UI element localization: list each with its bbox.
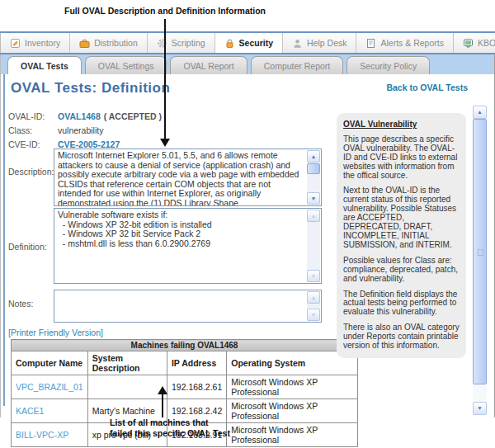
briefcase-icon: [79, 38, 90, 49]
help-paragraph: The Definition field displays the actual…: [343, 290, 460, 318]
tab-label: OVAL Settings: [98, 61, 154, 71]
scroll-down-button[interactable]: ▼: [307, 192, 320, 205]
nav-item-label: Distribution: [94, 38, 138, 48]
person-icon: [292, 38, 303, 49]
definition-field[interactable]: Vulnerable software exists if: - Windows…: [54, 208, 322, 284]
content-left-border: [3, 74, 5, 406]
scrollbar-thumb[interactable]: [473, 119, 487, 384]
tab-bar: OVAL Tests OVAL Settings OVAL Report Com…: [1, 54, 494, 74]
help-title: OVAL Vulnerability: [343, 120, 460, 130]
annotation-bottom-label: List of all machines that failed this sp…: [110, 417, 230, 439]
notes-label: Notes:: [8, 299, 33, 309]
scroll-up-button[interactable]: ▲: [473, 106, 487, 119]
nav-item-label: Security: [239, 38, 273, 48]
description-field[interactable]: Microsoft Internet Explorer 5.01, 5.5, a…: [54, 149, 322, 206]
col-header-computer-name: Computer Name: [12, 351, 88, 375]
nav-item-kbox-settings[interactable]: KBOX Settings: [454, 33, 495, 53]
annotation-arrowhead-down-icon: [160, 139, 170, 147]
main-nav: Inventory Distribution Scripting Securit…: [1, 33, 494, 53]
definition-scrollbar: ▲ ▼: [307, 210, 320, 282]
system-description-cell: [87, 375, 167, 399]
notes-field[interactable]: ▲ ▼: [54, 290, 322, 323]
scroll-up-button[interactable]: ▲: [307, 150, 320, 163]
class-value: vulnerability: [58, 125, 103, 135]
scroll-down-button[interactable]: ▼: [307, 309, 320, 321]
screenshot-root: Inventory Distribution Scripting Securit…: [0, 0, 495, 448]
inventory-icon: [10, 38, 21, 49]
tab-computer-report[interactable]: Computer Report: [251, 56, 344, 74]
scrollbar-track[interactable]: [307, 222, 320, 270]
computer-name-link[interactable]: VPC_BRAZIL_01: [12, 375, 88, 399]
notes-scrollbar: ▲ ▼: [307, 291, 320, 321]
tab-oval-settings[interactable]: OVAL Settings: [85, 56, 167, 74]
nav-item-scripting[interactable]: Scripting: [148, 33, 215, 53]
table-row: VPC_BRAZIL_01 192.168.2.61 Microsoft Win…: [12, 375, 358, 399]
ip-address-cell: 192.168.2.61: [167, 375, 226, 399]
lock-icon: [224, 38, 235, 49]
tab-oval-tests[interactable]: OVAL Tests: [7, 56, 82, 74]
nav-item-label: Inventory: [25, 38, 60, 48]
annotation-arrow-line-up: [162, 394, 163, 417]
tab-label: OVAL Report: [183, 61, 233, 71]
help-paragraph: This page describes a specific OVAL vuln…: [343, 135, 460, 181]
help-paragraph: Possible values for Class are: complianc…: [343, 257, 460, 284]
scroll-down-button[interactable]: ▼: [473, 402, 487, 415]
definition-text: Vulnerable software exists if: - Windows…: [54, 209, 307, 283]
description-label: Description:: [8, 167, 54, 177]
help-panel: OVAL Vulnerability This page describes a…: [337, 113, 466, 358]
scroll-up-button[interactable]: ▲: [307, 291, 320, 304]
page-scrollbar: ▲ ▼: [473, 106, 487, 415]
col-header-ip-address: IP Address: [167, 351, 226, 375]
class-label: Class:: [8, 125, 32, 135]
computer-name-link[interactable]: KACE1: [12, 399, 88, 423]
annotation-arrow-line-down: [164, 19, 166, 139]
monitor-icon: [463, 38, 474, 49]
table-title-row: Machines failing OVAL1468: [12, 340, 358, 351]
nav-item-label: Alerts & Reports: [380, 38, 443, 48]
page-title: OVAL Tests: Definition: [11, 80, 170, 97]
definition-label: Definition:: [8, 242, 47, 252]
nav-item-distribution[interactable]: Distribution: [70, 33, 148, 53]
tab-oval-report[interactable]: OVAL Report: [170, 56, 247, 74]
computer-name-link[interactable]: BILL-VPC-XP: [12, 423, 88, 447]
description-text: Microsoft Internet Explorer 5.01, 5.5, a…: [54, 149, 307, 205]
oval-id-label: OVAL-ID:: [8, 111, 45, 121]
scroll-up-button[interactable]: ▲: [307, 210, 320, 222]
operating-system-cell: Microsoft Windows XP Professional: [227, 399, 358, 423]
tab-label: Security Policy: [360, 61, 417, 71]
tab-label: OVAL Tests: [21, 61, 68, 71]
scrollbar-track[interactable]: [473, 384, 487, 402]
help-paragraph: Next to the OVAL-ID is the current statu…: [343, 186, 460, 249]
operating-system-cell: Microsoft Windows XP Professional: [227, 423, 358, 447]
table-title: Machines failing OVAL1468: [12, 340, 358, 351]
nav-item-inventory[interactable]: Inventory: [1, 33, 70, 53]
printer-friendly-link[interactable]: [Printer Friendly Version]: [8, 328, 103, 337]
annotation-bottom-line2: failed this specific OVAL Test: [110, 428, 230, 439]
nav-item-help-desk[interactable]: Help Desk: [283, 33, 356, 53]
notes-text: [54, 290, 307, 322]
cve-id-label: CVE-ID:: [8, 139, 40, 149]
scroll-down-button[interactable]: ▼: [307, 270, 320, 282]
col-header-system-description: System Description: [87, 351, 167, 375]
nav-item-label: Scripting: [172, 38, 205, 48]
nav-item-label: KBOX Settings: [478, 38, 495, 48]
tab-security-policy[interactable]: Security Policy: [346, 56, 430, 74]
tab-label: Computer Report: [264, 61, 331, 71]
nav-item-security[interactable]: Security: [215, 33, 283, 53]
nav-item-label: Help Desk: [307, 38, 346, 48]
oval-id-link[interactable]: OVAL1468: [58, 111, 101, 121]
scrollbar-thumb[interactable]: [307, 163, 320, 174]
back-to-oval-tests-link[interactable]: Back to OVAL Tests: [386, 83, 468, 92]
help-paragraph: There is also an OVAL category under Rep…: [343, 323, 460, 351]
nav-item-alerts-reports[interactable]: Alerts & Reports: [356, 33, 453, 53]
oval-status-badge: ( ACCEPTED ): [104, 111, 162, 121]
annotation-bottom-line1: List of all machines that: [110, 417, 230, 428]
oval-id-value: OVAL1468( ACCEPTED ): [58, 111, 162, 121]
annotation-top-label: Full OVAL Description and Definition Inf…: [50, 6, 280, 16]
report-icon: [365, 38, 376, 49]
scrollbar-track[interactable]: [307, 175, 320, 192]
operating-system-cell: Microsoft Windows XP Professional: [227, 375, 358, 399]
table-header-row: Computer Name System Description IP Addr…: [12, 351, 358, 375]
description-scrollbar: ▲ ▼: [307, 150, 320, 205]
